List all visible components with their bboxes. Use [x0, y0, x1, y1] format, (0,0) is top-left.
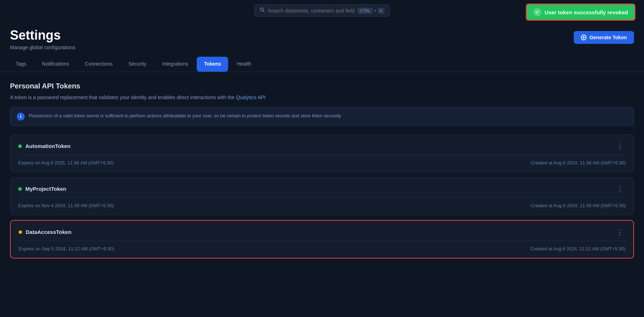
- token-card-bottom: Expires on Nov 4 2024, 11:39 AM (GMT+5:3…: [18, 203, 626, 208]
- token-more-button[interactable]: ⋮: [614, 141, 626, 151]
- token-divider: [18, 198, 626, 198]
- info-banner: i Possession of a valid token secret is …: [10, 107, 634, 126]
- topbar: CTRL + K ✓ User token successfully revok…: [0, 0, 644, 21]
- token-card-bottom: Expires on Sep 5 2024, 11:12 AM (GMT+5:3…: [19, 246, 625, 251]
- toast-check-icon: ✓: [533, 8, 541, 16]
- token-cards-container: AutomationToken ⋮ Expires on Aug 6 2025,…: [10, 134, 634, 259]
- token-name-row: DataAccessToken: [19, 229, 71, 235]
- generate-token-label: Generate Token: [589, 35, 627, 40]
- page-title-block: Settings Manage global configurations: [10, 28, 75, 50]
- token-more-button[interactable]: ⋮: [614, 184, 626, 194]
- token-more-button[interactable]: ⋮: [614, 227, 625, 237]
- toast-message: User token successfully revoked: [545, 9, 628, 15]
- token-name: AutomationToken: [25, 143, 70, 149]
- main-content: Personal API Tokens A token is a passwor…: [0, 72, 644, 273]
- svg-point-0: [260, 8, 263, 11]
- token-card-top: DataAccessToken ⋮: [19, 227, 625, 237]
- token-created: Created at Aug 6 2024, 11:39 AM (GMT+5:3…: [531, 203, 626, 208]
- page-subtitle: Manage global configurations: [10, 45, 75, 50]
- tab-health[interactable]: Health: [230, 57, 258, 72]
- token-expires: Expires on Sep 5 2024, 11:12 AM (GMT+5:3…: [19, 246, 114, 251]
- tab-integrations[interactable]: Integrations: [155, 57, 195, 72]
- shortcut-plus: +: [374, 9, 376, 13]
- tab-tokens[interactable]: Tokens: [197, 57, 228, 72]
- section-title: Personal API Tokens: [10, 82, 634, 90]
- token-name-row: AutomationToken: [18, 143, 70, 149]
- tab-connections[interactable]: Connections: [78, 57, 120, 72]
- search-input[interactable]: [268, 8, 355, 14]
- search-container[interactable]: CTRL + K: [254, 4, 390, 17]
- generate-token-button[interactable]: Generate Token: [574, 31, 634, 44]
- info-icon: i: [17, 113, 25, 121]
- token-card-top: AutomationToken ⋮: [18, 141, 626, 151]
- status-dot: [18, 187, 22, 191]
- token-divider: [18, 155, 626, 155]
- token-name: DataAccessToken: [26, 229, 71, 235]
- token-created: Created at Aug 6 2024, 11:38 AM (GMT+5:3…: [531, 160, 626, 165]
- section-description: A token is a password replacement that v…: [10, 94, 634, 101]
- info-text: Possession of a valid token secret is su…: [29, 112, 341, 119]
- search-icon: [260, 7, 265, 14]
- tab-notifications[interactable]: Notifications: [35, 57, 76, 72]
- tabs-bar: Tags Notifications Connections Security …: [0, 57, 644, 72]
- tab-security[interactable]: Security: [121, 57, 154, 72]
- page-header: Settings Manage global configurations Ge…: [0, 21, 644, 54]
- token-name-row: MyProjectToken: [18, 186, 66, 192]
- token-divider: [19, 241, 625, 241]
- tab-tags[interactable]: Tags: [9, 57, 34, 72]
- token-card-myprojecttoken: MyProjectToken ⋮ Expires on Nov 4 2024, …: [10, 177, 634, 215]
- token-expires: Expires on Nov 4 2024, 11:39 AM (GMT+5:3…: [18, 203, 114, 208]
- token-expires: Expires on Aug 6 2025, 11:38 AM (GMT+5:3…: [18, 160, 114, 165]
- page-title: Settings: [10, 28, 75, 42]
- token-created: Created at Aug 6 2024, 11:12 AM (GMT+5:3…: [530, 246, 625, 251]
- token-card-automationtoken: AutomationToken ⋮ Expires on Aug 6 2025,…: [10, 134, 634, 172]
- token-name: MyProjectToken: [25, 186, 66, 192]
- api-link[interactable]: Qualytics API: [236, 94, 266, 100]
- token-card-dataaccesstoken: DataAccessToken ⋮ Expires on Sep 5 2024,…: [10, 220, 634, 259]
- token-card-top: MyProjectToken ⋮: [18, 184, 626, 194]
- status-dot: [18, 144, 22, 148]
- svg-line-1: [263, 11, 265, 12]
- toast-notification: ✓ User token successfully revoked: [526, 4, 635, 21]
- ctrl-key: CTRL: [358, 8, 372, 14]
- search-shortcut: CTRL + K: [358, 8, 384, 14]
- k-key: K: [378, 8, 384, 14]
- token-card-bottom: Expires on Aug 6 2025, 11:38 AM (GMT+5:3…: [18, 160, 626, 165]
- status-dot: [19, 230, 22, 234]
